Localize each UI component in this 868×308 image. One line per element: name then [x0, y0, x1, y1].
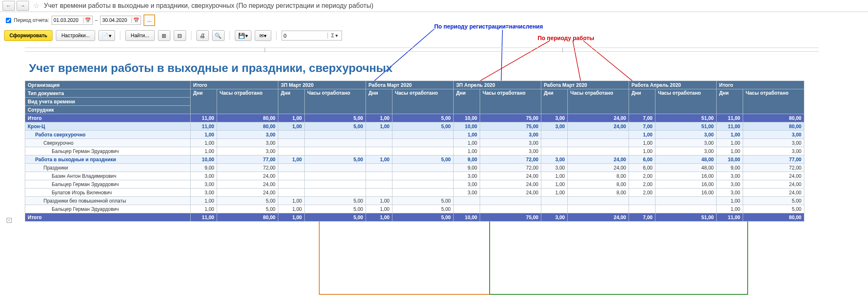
col-hours: Часы отработано: [568, 89, 629, 114]
cell: 3,00: [480, 131, 541, 139]
cell: 9,00: [454, 164, 480, 172]
cell: 11,00: [191, 114, 217, 122]
cell: [305, 147, 366, 155]
cell: 11,00: [191, 213, 217, 222]
cell: 10,00: [454, 122, 480, 131]
cell: [278, 172, 305, 180]
generate-button[interactable]: Сформировать: [4, 30, 53, 41]
cell: 5,00: [305, 114, 366, 122]
nav-back-button[interactable]: ←: [2, 1, 15, 11]
cell: [305, 189, 366, 197]
cell: [305, 164, 366, 172]
date-from-input[interactable]: [52, 17, 83, 23]
cell: [392, 189, 454, 197]
table-row: Бальцер Герман Эдуардович1,003,001,003,0…: [25, 147, 804, 155]
cell: [480, 197, 541, 205]
cell: 1,00: [191, 147, 217, 155]
cell: [392, 131, 454, 139]
sigma-button[interactable]: Σ ▾: [328, 33, 342, 38]
cell: [366, 180, 392, 189]
cell: [305, 172, 366, 180]
cell: 1,00: [366, 114, 392, 122]
favorite-star-icon[interactable]: ☆: [33, 1, 40, 10]
row-label: Сверхурочно: [25, 139, 191, 147]
col-section-4: Работа Апрель 2020: [629, 81, 717, 89]
cell: 6,00: [629, 164, 655, 172]
cell: [366, 164, 392, 172]
cell: [278, 164, 305, 172]
cell: 3,00: [743, 131, 804, 139]
period-checkbox-wrap[interactable]: Период отчета:: [4, 17, 49, 24]
cell: 2,00: [629, 180, 655, 189]
cell: 16,00: [655, 180, 717, 189]
cell: 11,00: [191, 122, 217, 131]
table-row: Булатов Игорь Виленович3,0024,003,0024,0…: [25, 189, 804, 197]
calendar-icon[interactable]: 📅: [83, 17, 92, 23]
cell: 10,00: [454, 114, 480, 122]
cell: [541, 139, 568, 147]
cell: 80,00: [217, 114, 278, 122]
col-hours: Часы отработано: [743, 89, 804, 114]
cell: [392, 164, 454, 172]
cell: 9,00: [191, 164, 217, 172]
period-checkbox[interactable]: [6, 18, 11, 23]
col-section-0: ЗП Март 2020: [278, 81, 366, 89]
period-more-button[interactable]: ...: [143, 14, 155, 26]
cell: [278, 147, 305, 155]
cell: [655, 197, 717, 205]
date-from-field[interactable]: 📅: [52, 16, 93, 25]
cell: 3,00: [717, 180, 743, 189]
cell: 1,00: [278, 114, 305, 122]
cell: 10,00: [191, 155, 217, 164]
settings-button[interactable]: Настройки...: [56, 30, 95, 41]
save-button[interactable]: 💾▾: [235, 30, 251, 41]
cell: 80,00: [743, 114, 804, 122]
date-to-input[interactable]: [100, 17, 132, 23]
find-button[interactable]: Найти...: [125, 30, 154, 41]
print-button[interactable]: 🖨: [196, 30, 209, 41]
sum-input[interactable]: [282, 33, 328, 39]
col-section-2: ЗП Апрель 2020: [454, 81, 541, 89]
cell: 48,00: [655, 155, 717, 164]
separator: [191, 31, 191, 40]
expand-button[interactable]: ⊞: [158, 30, 170, 41]
cell: 3,00: [743, 147, 804, 155]
cell: 1,00: [366, 155, 392, 164]
cell: 1,00: [541, 189, 568, 197]
col-days: Дни: [541, 89, 568, 114]
cell: 2,00: [629, 172, 655, 180]
sum-field[interactable]: Σ ▾: [282, 31, 342, 41]
cell: 3,00: [717, 172, 743, 180]
cell: 3,00: [717, 189, 743, 197]
collapse-button[interactable]: ⊟: [174, 30, 186, 41]
calendar-icon[interactable]: 📅: [132, 17, 141, 23]
toggle-grp1[interactable]: −: [7, 218, 12, 223]
cell: [541, 197, 568, 205]
cell: 24,00: [743, 172, 804, 180]
cell: 24,00: [480, 189, 541, 197]
row-label: Булатов Игорь Виленович: [25, 189, 191, 197]
cell: [568, 205, 629, 213]
cell: [366, 139, 392, 147]
row-label: Праздники: [25, 164, 191, 172]
cell: [366, 131, 392, 139]
separator: [276, 31, 277, 40]
preview-button[interactable]: 🔍: [212, 30, 225, 41]
report-title: Учет времени работы в выходные и праздни…: [25, 54, 864, 81]
cell: 1,00: [629, 139, 655, 147]
cell: [278, 180, 305, 189]
cell: 24,00: [217, 189, 278, 197]
variant-button[interactable]: 📄▾: [98, 30, 115, 41]
cell: [392, 147, 454, 155]
cell: 8,00: [568, 189, 629, 197]
separator: [230, 31, 230, 40]
nav-forward-button[interactable]: →: [17, 1, 29, 11]
cell: 5,00: [305, 213, 366, 222]
cell: 80,00: [743, 213, 804, 222]
mail-button[interactable]: ✉▾: [255, 30, 271, 41]
row-label: Праздники без повышенной оплаты: [25, 197, 191, 205]
date-to-field[interactable]: 📅: [100, 16, 141, 25]
cell: 10,00: [717, 155, 743, 164]
cell: 1,00: [541, 172, 568, 180]
cell: [541, 147, 568, 155]
